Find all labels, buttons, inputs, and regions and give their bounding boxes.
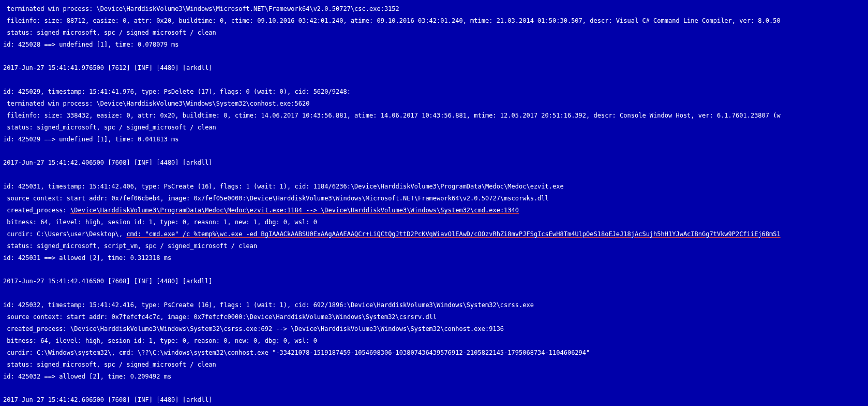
log-timestamp: 2017-Jun-27 15:41:42.606500 [7608] [INF]… [3, 397, 865, 403]
log-line: id: 425029 ==> undefined [1], time: 0.04… [3, 137, 865, 143]
log-line: source context: start addr: 0x7fef06cbeb… [3, 196, 865, 202]
blank-line [3, 77, 865, 83]
log-line: status: signed_microsoft, spc / signed_m… [3, 30, 865, 36]
log-line: terminated win process: \Device\Harddisk… [3, 101, 865, 107]
underlined-cmd: cmd: "cmd.exe" /c %temp%\wc.exe -ed BgIA… [126, 230, 780, 238]
log-line: fileinfo: size: 88712, easize: 0, attr: … [3, 18, 865, 24]
blank-line [3, 386, 865, 392]
log-line: created_process: \Device\HarddiskVolume3… [3, 326, 865, 332]
blank-line [3, 267, 865, 273]
log-line: id: 425032, timestamp: 15:41:42.416, typ… [3, 302, 865, 309]
log-line: curdir: C:\Windows\system32\, cmd: \??\C… [3, 350, 865, 356]
blank-line [3, 291, 865, 296]
blank-line [3, 172, 865, 178]
log-line: id: 425032 ==> allowed [2], time: 0.2094… [3, 374, 865, 380]
log-timestamp: 2017-Jun-27 15:41:41.976500 [7612] [INF]… [3, 65, 865, 71]
log-line: id: 425031, timestamp: 15:41:42.406, typ… [3, 184, 865, 190]
blank-line [3, 54, 865, 60]
log-line: status: signed_microsoft, spc / signed_m… [3, 125, 865, 131]
underlined-path: \Device\HarddiskVolume3\ProgramData\Medo… [70, 207, 519, 214]
log-line: fileinfo: size: 338432, easize: 0, attr:… [3, 113, 865, 119]
log-line: bitness: 64, ilevel: high, sesion id: 1,… [3, 338, 865, 344]
log-line: source context: start addr: 0x7fefcfc4c7… [3, 314, 865, 321]
log-line: id: 425029, timestamp: 15:41:41.976, typ… [3, 89, 865, 95]
console-log: terminated win process: \Device\Harddisk… [0, 0, 868, 406]
log-line: status: signed_microsoft, spc / signed_m… [3, 362, 865, 368]
blank-line [3, 149, 865, 154]
log-line: status: signed_microsoft, script_vm, spc… [3, 243, 865, 250]
log-line: id: 425028 ==> undefined [1], time: 0.07… [3, 42, 865, 48]
log-line: bitness: 64, ilevel: high, sesion id: 1,… [3, 220, 865, 226]
log-line: created_process: \Device\HarddiskVolume3… [3, 208, 865, 214]
log-line: id: 425031 ==> allowed [2], time: 0.3123… [3, 255, 865, 262]
log-timestamp: 2017-Jun-27 15:41:42.416500 [7608] [INF]… [3, 279, 865, 285]
log-line: curdir: C:\Users\user\Desktop\, cmd: "cm… [3, 231, 865, 238]
log-line: terminated win process: \Device\Harddisk… [3, 6, 865, 12]
log-timestamp: 2017-Jun-27 15:41:42.406500 [7608] [INF]… [3, 160, 865, 166]
